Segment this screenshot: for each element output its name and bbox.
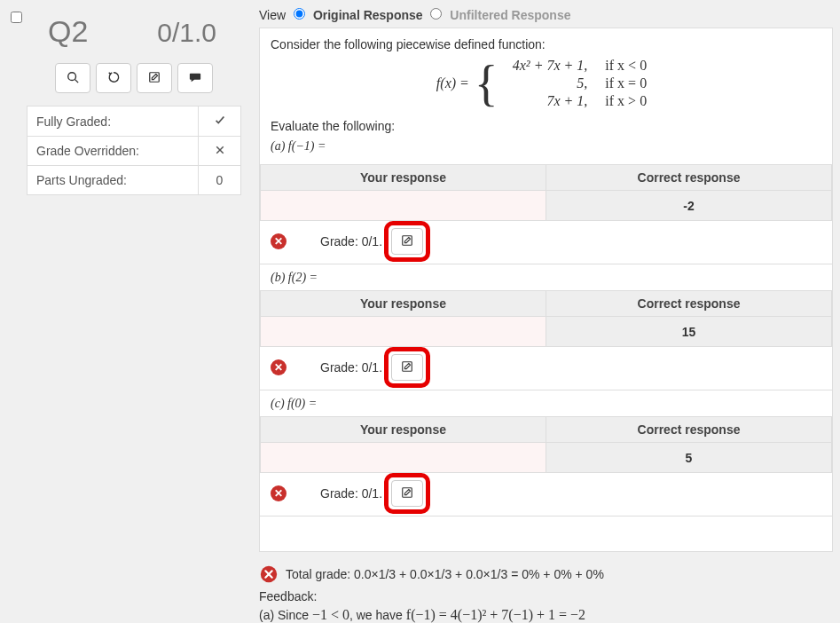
feedback-label: Feedback: — [259, 589, 833, 603]
status-label: Parts Ungraded: — [27, 166, 199, 195]
status-value — [199, 137, 241, 166]
view-original-label: Original Response — [313, 8, 423, 22]
wrong-icon: ✕ — [271, 359, 287, 375]
undo-icon — [107, 71, 120, 86]
your-response-b — [261, 317, 546, 347]
status-table: Fully Graded: Grade Overridden: Parts Un… — [27, 106, 241, 195]
correct-response-header: Correct response — [546, 291, 832, 317]
pencil-square-icon — [148, 71, 161, 86]
status-row-ungraded: Parts Ungraded: 0 — [27, 166, 241, 195]
edit-grade-b-button[interactable] — [391, 354, 423, 381]
search-icon — [67, 71, 79, 86]
your-response-header: Your response — [261, 291, 546, 317]
status-label: Fully Graded: — [27, 106, 199, 137]
question-number: Q2 — [48, 14, 88, 49]
svg-rect-7 — [403, 487, 412, 497]
feedback-a: (a) Since −1 < 0, we have f(−1) = 4(−1)²… — [259, 607, 833, 623]
pw-expr: 4x² + 7x + 1, — [504, 57, 597, 75]
response-table-a: Your responseCorrect response -2 — [260, 164, 832, 221]
part-b-label: (b) f(2) = — [271, 271, 318, 284]
correct-response-header: Correct response — [546, 417, 832, 443]
edit-grade-c-button[interactable] — [391, 480, 423, 507]
grade-summary: Total grade: 0.0×1/3 + 0.0×1/3 + 0.0×1/3… — [259, 552, 833, 623]
correct-response-a: -2 — [546, 191, 832, 221]
svg-line-1 — [75, 79, 79, 83]
comment-icon — [189, 71, 201, 86]
status-value — [199, 106, 241, 137]
edit-button[interactable] — [137, 63, 172, 93]
pw-expr: 7x + 1, — [504, 92, 597, 110]
pw-expr: 5, — [504, 75, 597, 92]
wrong-icon: ✕ — [271, 233, 287, 249]
question-sidebar: Q2 0/1.0 — [27, 5, 241, 195]
grade-b: Grade: 0/1. — [320, 360, 382, 375]
status-value: 0 — [199, 166, 241, 195]
your-response-a — [261, 191, 546, 221]
piecewise-definition: f(x) = { 4x² + 7x + 1,if x < 0 5,if x = … — [271, 57, 821, 110]
check-icon — [214, 114, 226, 129]
left-brace-icon: { — [475, 64, 499, 104]
svg-rect-6 — [403, 361, 412, 371]
pw-cond: if x > 0 — [596, 92, 656, 110]
view-unfiltered-label: Unfiltered Response — [450, 8, 570, 22]
pw-cond: if x < 0 — [596, 57, 656, 75]
correct-response-c: 5 — [546, 443, 832, 473]
correct-response-b: 15 — [546, 317, 832, 347]
x-icon — [215, 144, 225, 158]
comment-button[interactable] — [177, 63, 213, 93]
question-body: Consider the following piecewise defined… — [259, 28, 833, 552]
edit-grade-a-button[interactable] — [391, 228, 423, 255]
response-table-b: Your responseCorrect response 15 — [260, 290, 832, 347]
pencil-square-icon — [401, 360, 413, 375]
status-row-overridden: Grade Overridden: — [27, 137, 241, 166]
svg-rect-5 — [403, 235, 412, 245]
pencil-square-icon — [401, 234, 413, 249]
x-circle-icon — [259, 564, 279, 584]
question-score: 0/1.0 — [157, 18, 216, 48]
view-unfiltered-radio[interactable] — [430, 8, 442, 20]
view-original-radio[interactable] — [294, 8, 305, 20]
svg-rect-2 — [150, 72, 160, 82]
your-response-header: Your response — [261, 417, 546, 443]
your-response-c — [261, 443, 546, 473]
grade-c: Grade: 0/1. — [320, 486, 382, 501]
view-label: View — [259, 8, 286, 22]
pencil-square-icon — [401, 486, 413, 501]
correct-response-header: Correct response — [546, 165, 832, 191]
view-selector: View Original Response Unfiltered Respon… — [259, 5, 833, 22]
your-response-header: Your response — [261, 165, 546, 191]
row-select-checkbox[interactable] — [11, 12, 22, 23]
pw-cond: if x = 0 — [596, 75, 656, 92]
fx-label: f(x) = — [436, 75, 469, 91]
part-c-label: (c) f(0) = — [271, 397, 317, 410]
svg-point-0 — [68, 72, 76, 80]
response-table-c: Your responseCorrect response 5 — [260, 416, 832, 473]
blank-footer-row — [260, 516, 832, 551]
wrong-icon: ✕ — [271, 485, 287, 501]
status-row-graded: Fully Graded: — [27, 106, 241, 137]
search-button[interactable] — [55, 63, 90, 93]
prompt-evaluate: Evaluate the following: — [271, 119, 821, 133]
grade-a: Grade: 0/1. — [320, 234, 382, 248]
part-a-label: (a) f(−1) = — [271, 139, 326, 153]
reload-button[interactable] — [96, 63, 131, 93]
total-grade-text: Total grade: 0.0×1/3 + 0.0×1/3 + 0.0×1/3… — [286, 567, 604, 581]
status-label: Grade Overridden: — [27, 137, 199, 166]
prompt-intro: Consider the following piecewise defined… — [271, 37, 821, 51]
